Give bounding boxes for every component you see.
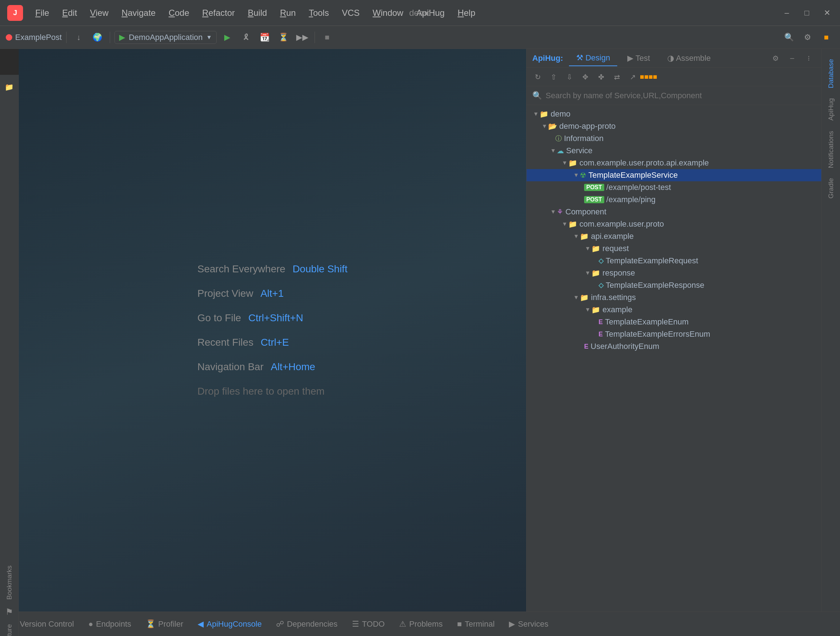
tree-node-errors-enum[interactable]: E TemplateExampleErrorsEnum [527,328,821,340]
search-button[interactable]: 🔍 [781,30,797,45]
tree-node-user-authority-enum[interactable]: E UserAuthorityEnum [527,340,821,353]
coverage-button[interactable]: 📆 [257,30,273,45]
tab-apihug-console[interactable]: ◀ ApiHugConsole [191,617,268,632]
tab-terminal[interactable]: ■ Terminal [451,617,501,632]
refresh-button[interactable]: ↻ [531,70,545,84]
tab-services[interactable]: ▶ Services [502,617,554,632]
tree-node-template-service[interactable]: ▼ ☢ TemplateExampleService [527,169,821,181]
tab-label: Profiler [158,619,183,629]
stop-button[interactable]: ■ [319,30,335,45]
menu-edit[interactable]: Edit [56,5,84,21]
folder-icon: 📁 [591,269,600,277]
menu-vcs[interactable]: VCS [335,5,366,21]
menu-navigate[interactable]: Navigate [115,5,162,21]
tree-node-request[interactable]: ▼ 📁 request [527,242,821,255]
menu-build[interactable]: Build [242,5,273,21]
tree-label: infra.settings [591,293,636,302]
git-update-button[interactable]: ↓ [71,30,87,45]
run-anything-button[interactable]: ▶▶ [294,30,310,45]
expand-button[interactable]: ✥ [578,70,592,84]
tree-label: api.example [591,231,634,241]
tree-arrow: ▼ [561,160,568,166]
maximize-button[interactable]: □ [801,7,813,19]
tree-arrow: ▼ [549,209,557,215]
tab-design[interactable]: ⚒ Design [569,50,617,66]
tree-node-post-ping[interactable]: POST /example/ping [527,194,821,206]
collapse-button[interactable]: ✤ [594,70,608,84]
tab-problems[interactable]: ⚠ Problems [393,617,449,632]
bookmarks-tab[interactable]: Bookmarks [3,561,16,604]
tree-node-information[interactable]: ⓘ Information [527,132,821,145]
hint-key: Alt+Home [271,361,315,373]
project-view-icon[interactable]: 📁 [2,79,17,95]
export-button[interactable]: ↗ [626,70,639,84]
profile-button[interactable]: ⏳ [276,30,292,45]
hint-key: Ctrl+E [261,337,289,348]
tab-label: ApiHugConsole [207,619,262,629]
menu-window[interactable]: Window [366,5,410,21]
hint-label: Recent Files [197,337,254,348]
tree-node-com-example-user[interactable]: ▼ 📁 com.example.user.proto [527,218,821,230]
tree-node-template-request[interactable]: ◇ TemplateExampleRequest [527,255,821,267]
tree-label: /example/ping [606,195,656,204]
tree-node-demo-app-proto[interactable]: ▼ 📂 demo-app-proto [527,120,821,132]
hint-label: Go to File [197,312,241,324]
menu-code[interactable]: Code [162,5,196,21]
tab-dependencies[interactable]: ☍ Dependencies [270,617,344,632]
run-button[interactable]: ▶ [219,30,235,45]
term-icon: ■ [457,619,462,629]
debug-button[interactable]: 🎗 [238,30,254,45]
sidebar-tab-database[interactable]: Database [825,55,837,93]
tab-assemble[interactable]: ◑ Assemble [660,51,718,66]
tab-endpoints[interactable]: ● Endpoints [82,617,137,632]
menu-run[interactable]: Run [273,5,302,21]
structure-tab[interactable]: Structure [3,620,16,636]
tree-node-response[interactable]: ▼ 📁 response [527,267,821,279]
service-icon: ☢ [580,171,586,179]
enum-icon: E [598,331,603,338]
run-config-dropdown[interactable]: ▶ DemoAppApplication ▼ [114,31,217,44]
sidebar-tab-gradle[interactable]: Gradle [825,174,837,203]
tab-profiler[interactable]: ⏳ Profiler [139,617,190,632]
run-config-name: DemoAppApplication [129,33,203,42]
colorful-button[interactable]: ■ [818,30,834,45]
panel-close[interactable]: ⁝ [802,52,816,65]
align-top-button[interactable]: ⇧ [547,70,561,84]
menu-help[interactable]: Help [451,5,482,21]
message-icon: ◇ [598,281,603,289]
tree-node-com-example[interactable]: ▼ 📁 com.example.user.proto.api.example [527,157,821,169]
tree-label: Information [564,134,603,143]
sync-button[interactable]: ⇄ [610,70,624,84]
tree-node-post-test[interactable]: POST /example/post-test [527,181,821,194]
tree-node-infra-settings[interactable]: ▼ 📁 infra.settings [527,291,821,304]
tree-node-template-response[interactable]: ◇ TemplateExampleResponse [527,279,821,291]
menu-tools[interactable]: Tools [302,5,335,21]
git-branch-button[interactable]: 🌍 [90,30,106,45]
menu-view[interactable]: View [84,5,115,21]
tree-node-api-example[interactable]: ▼ 📁 api.example [527,230,821,242]
hint-nav-bar: Navigation Bar Alt+Home [197,361,315,373]
search-input[interactable] [546,91,816,100]
colorful-button2[interactable]: ■■■■ [642,70,655,84]
panel-settings[interactable]: ⚙ [769,52,782,65]
align-bottom-button[interactable]: ⇩ [562,70,576,84]
settings-button[interactable]: ⚙ [800,30,816,45]
close-button[interactable]: ✕ [821,7,833,19]
package-icon: 📁 [568,220,577,228]
bookmarks-icon[interactable]: ⚑ [3,605,16,619]
sidebar-tab-notifications[interactable]: Notifications [825,127,837,173]
minimize-button[interactable]: – [781,7,793,19]
tree-node-template-enum[interactable]: E TemplateExampleEnum [527,316,821,328]
tree-node-demo[interactable]: ▼ 📁 demo [527,108,821,120]
tree-label: response [602,268,635,278]
sidebar-tab-apihug[interactable]: ApiHug [825,94,837,125]
hint-search-everywhere: Search Everywhere Double Shift [197,263,348,275]
tree-node-service[interactable]: ▼ ☁ Service [527,145,821,157]
tree-node-component[interactable]: ▼ ⚘ Component [527,206,821,218]
panel-minimize[interactable]: – [785,52,799,65]
menu-refactor[interactable]: Refactor [196,5,242,21]
menu-file[interactable]: File [29,5,56,21]
tab-todo[interactable]: ☰ TODO [346,617,391,632]
tab-test[interactable]: ▶ Test [620,51,657,66]
tree-node-example[interactable]: ▼ 📁 example [527,304,821,316]
